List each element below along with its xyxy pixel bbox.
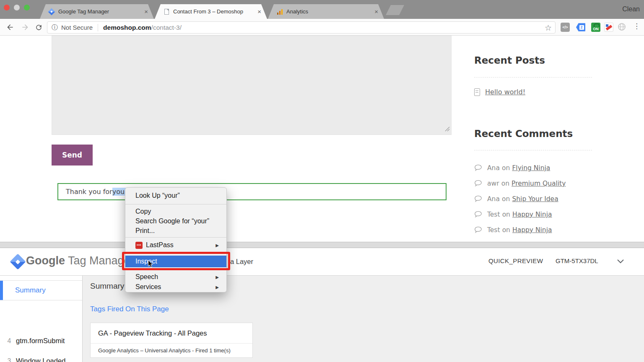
event-number: 4 [5, 337, 13, 345]
tab-close-icon[interactable]: × [373, 8, 380, 15]
comment-bubble-icon [474, 180, 482, 187]
extension-code-icon[interactable]: </> [561, 23, 570, 32]
extension-globe-icon[interactable] [618, 23, 627, 32]
comment-item[interactable]: Test on Happy Ninja [474, 210, 552, 218]
gtm-summary-tab[interactable]: Summary [0, 280, 82, 300]
comment-item[interactable]: awr on Premium Quality [474, 179, 566, 187]
menu-item-print[interactable]: Print... [125, 225, 226, 236]
comment-connector: on [502, 164, 510, 172]
gtm-favicon [48, 8, 55, 15]
comment-author: Test [487, 211, 500, 218]
red-highlight-annotation [122, 252, 230, 270]
extension-mosaic-icon[interactable] [604, 23, 613, 32]
clean-annotation: Clean [622, 5, 640, 13]
gtm-data-layer-tab[interactable]: a Layer [230, 258, 253, 266]
submenu-arrow-icon: ▶ [216, 275, 219, 279]
comment-author: Ana [487, 195, 500, 203]
refresh-button[interactable] [34, 22, 44, 32]
comment-bubble-icon [474, 211, 482, 218]
recent-post-item[interactable]: Hello world! [474, 88, 525, 96]
minimize-window-button[interactable] [14, 5, 20, 10]
security-label[interactable]: Not Secure [61, 24, 93, 31]
recent-posts-title: Recent Posts [474, 55, 545, 66]
zoom-window-button[interactable] [24, 5, 30, 10]
comment-bubble-icon [474, 226, 482, 233]
analytics-favicon [276, 8, 283, 15]
browser-toolbar: ⓘ Not Secure demoshop.com/contact-3/ ☆ <… [0, 19, 644, 36]
url-path: /contact-3/ [151, 24, 182, 31]
gtm-logo-icon [10, 254, 26, 270]
refresh-icon [35, 23, 43, 31]
comment-author: Test [487, 226, 500, 234]
comment-author: Ana [487, 164, 500, 172]
send-button[interactable]: Send [52, 145, 93, 165]
comment-target-link[interactable]: Ship Your Idea [512, 195, 558, 203]
tab-close-icon[interactable]: × [256, 8, 263, 15]
menu-item-lastpass[interactable]: ••• LastPass ▶ [125, 240, 226, 251]
browser-menu-icon[interactable]: ⋮ [633, 22, 640, 31]
tab-contact-form-demoshop[interactable]: Contact From 3 – Demoshop × [155, 4, 267, 19]
tab-close-icon[interactable]: × [143, 8, 150, 15]
comment-target-link[interactable]: Flying Ninja [512, 164, 550, 172]
divider [91, 343, 252, 344]
submenu-arrow-icon: ▶ [216, 243, 219, 248]
gtm-event-sidebar: Summary 4 gtm.formSubmit 3 Window Loaded… [0, 276, 83, 362]
close-window-button[interactable] [4, 5, 10, 10]
menu-item-services[interactable]: Services ▶ [125, 282, 226, 292]
context-menu: Look Up “your” Copy Search Google for “y… [125, 187, 227, 292]
speech-label: Speech [135, 273, 158, 281]
tab-title: Analytics [286, 8, 370, 15]
menu-item-speech[interactable]: Speech ▶ [125, 272, 226, 282]
tag-subtitle: Google Analytics – Universal Analytics -… [98, 347, 231, 354]
gtm-header: Google Tag Manager a Layer QUICK_PREVIEW… [0, 248, 644, 276]
event-label: Window Loaded [16, 357, 65, 362]
chevron-down-icon[interactable] [616, 258, 625, 266]
bookmark-star-icon[interactable]: ☆ [545, 23, 552, 33]
divider [474, 150, 592, 150]
event-label: gtm.formSubmit [16, 337, 65, 345]
gtm-main-heading: Summary [90, 282, 124, 291]
submenu-arrow-icon: ▶ [216, 285, 219, 290]
mouse-cursor [148, 260, 154, 270]
comment-connector: on [501, 180, 509, 187]
browser-tab-strip: Google Tag Manager × Contact From 3 – De… [0, 0, 644, 19]
url-bar[interactable]: ⓘ Not Secure demoshop.com/contact-3/ ☆ [47, 21, 556, 34]
comment-bubble-icon [474, 164, 482, 171]
forward-button[interactable] [20, 22, 30, 32]
panel-divider[interactable] [0, 242, 644, 248]
event-number: 3 [5, 357, 13, 362]
gtm-event-row[interactable]: 3 Window Loaded [0, 357, 82, 362]
textarea-resize-handle[interactable] [445, 125, 450, 133]
new-tab-button[interactable] [386, 5, 404, 15]
menu-item-look-up[interactable]: Look Up “your” [125, 190, 226, 201]
comment-author: awr [487, 180, 499, 187]
comment-bubble-icon [474, 195, 482, 202]
gtm-container-id: GTM-5TX37DL [556, 257, 598, 264]
gtm-brand: Google Tag Manager [26, 254, 134, 267]
webpage-content: Send Thank you for your Recent Posts Hel… [0, 36, 644, 242]
tags-fired-section-title: Tags Fired On This Page [90, 305, 169, 313]
extension-on-icon[interactable]: ON [591, 23, 600, 32]
comment-target-link[interactable]: Premium Quality [512, 180, 566, 187]
message-textarea[interactable] [52, 36, 452, 135]
url-separator [98, 24, 98, 31]
on-label: ON [593, 27, 599, 31]
quick-preview-label: QUICK_PREVIEW [488, 257, 543, 264]
comment-item[interactable]: Ana on Flying Ninja [474, 164, 550, 172]
summary-tab-label: Summary [15, 286, 46, 295]
tab-analytics[interactable]: Analytics × [268, 4, 384, 19]
extension-tag-assistant-icon[interactable]: 2 [576, 23, 585, 32]
post-link[interactable]: Hello world! [485, 88, 525, 96]
divider [474, 77, 592, 78]
fired-tag-card[interactable]: GA - Pageview Tracking - All Pages Googl… [90, 323, 253, 358]
comment-item[interactable]: Test on Happy Ninja [474, 226, 552, 234]
back-button[interactable] [5, 22, 15, 32]
tab-title: Google Tag Manager [58, 8, 140, 15]
comment-connector: on [502, 226, 510, 234]
tab-google-tag-manager[interactable]: Google Tag Manager × [40, 4, 154, 19]
comment-item[interactable]: Ana on Ship Your Idea [474, 195, 558, 203]
comment-target-link[interactable]: Happy Ninja [512, 211, 552, 218]
gtm-event-row[interactable]: 4 gtm.formSubmit [0, 337, 82, 345]
info-icon[interactable]: ⓘ [52, 23, 58, 31]
comment-target-link[interactable]: Happy Ninja [512, 226, 552, 234]
